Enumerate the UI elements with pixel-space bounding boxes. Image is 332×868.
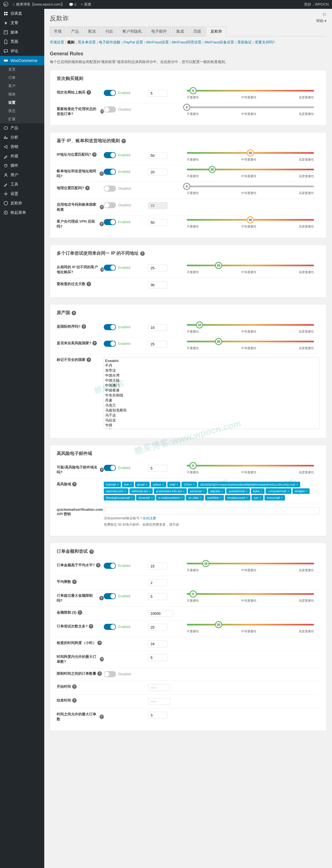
sidebar-item-pin[interactable]: 文章 xyxy=(0,18,44,28)
tag[interactable]: ithedoghousemail × xyxy=(104,495,135,500)
help-icon[interactable]: ? xyxy=(82,324,86,329)
tag-remove[interactable]: × xyxy=(220,496,221,499)
sidebar-sub-item[interactable]: 设置 xyxy=(0,98,44,107)
tab-0[interactable]: 常规 xyxy=(50,27,66,36)
sidebar-item-antifraud[interactable]: 反欺诈 xyxy=(0,198,44,208)
weight-input[interactable] xyxy=(148,265,168,272)
weight-slider[interactable]: 5 不重要性中等重要性高度重要性 xyxy=(187,90,314,99)
number-input[interactable] xyxy=(148,281,168,288)
subnav-link[interactable]: PayPal 设置 xyxy=(124,40,143,44)
api-key-input[interactable] xyxy=(104,507,320,514)
weight-slider[interactable]: 5 不重要性中等重要性高度重要性 xyxy=(187,465,314,474)
toggle[interactable] xyxy=(104,106,116,113)
weight-slider[interactable]: 25 不重要性中等重要性高度重要性 xyxy=(187,624,314,633)
subnav-link[interactable]: 常规设置 xyxy=(50,40,64,44)
sidebar-sub-item[interactable]: 状态 xyxy=(0,107,44,115)
toggle[interactable] xyxy=(104,341,116,347)
tag-remove[interactable]: × xyxy=(181,496,183,499)
help-icon[interactable]: ? xyxy=(97,641,102,645)
sidebar-item-woo[interactable]: WooCommerce xyxy=(0,56,44,65)
wp-logo[interactable] xyxy=(3,2,8,7)
help-icon[interactable]: ? xyxy=(97,672,102,676)
tag[interactable]: hotmail × xyxy=(104,482,121,487)
tag[interactable]: abcdefghijklmnopqrstuvwxyzabcdefghijklmn… xyxy=(198,482,300,487)
sidebar-item-settings[interactable]: 设置 xyxy=(0,189,44,198)
weight-slider[interactable]: 5 不重要性中等重要性高度重要性 xyxy=(187,593,314,603)
tag[interactable]: live × xyxy=(122,482,134,487)
tab-2[interactable]: 配送 xyxy=(84,27,100,36)
tag[interactable]: emailaccount × xyxy=(225,495,250,500)
tag[interactable]: atgratis × xyxy=(208,488,225,494)
weight-slider[interactable]: 25 不重要性中等重要性高度重要性 xyxy=(187,265,314,274)
sidebar-item-collapse[interactable]: 收起菜单 xyxy=(0,208,44,217)
tag-remove[interactable]: × xyxy=(260,496,261,499)
sidebar-item-analytics[interactable]: 分析 xyxy=(0,133,44,142)
flag-icon[interactable]: ⚐ xyxy=(323,12,327,18)
help-icon[interactable]: ? xyxy=(72,482,77,487)
weight-input[interactable] xyxy=(148,152,168,159)
tag-remove[interactable]: × xyxy=(288,490,289,493)
register-link[interactable]: 在此注册 xyxy=(143,516,156,520)
tag-remove[interactable]: × xyxy=(124,490,126,493)
country-select[interactable]: Eswatini不丹东帝汶中国台湾中国大陆中国澳门中国香港中非共和国丹麦乌克兰乌… xyxy=(104,357,320,429)
tag-remove[interactable]: × xyxy=(151,496,153,499)
tag-remove[interactable]: × xyxy=(130,483,131,486)
number-input[interactable] xyxy=(148,712,168,719)
tag[interactable]: doramail × xyxy=(136,495,155,500)
help-icon[interactable]: ? xyxy=(100,222,104,226)
time-input[interactable] xyxy=(148,684,170,691)
help-icon[interactable]: ? xyxy=(87,90,91,95)
help-icon[interactable]: ? xyxy=(72,311,76,315)
weight-slider[interactable]: 10 不重要性中等重要性高度重要性 xyxy=(187,324,314,334)
tag-remove[interactable]: × xyxy=(296,483,298,486)
toggle[interactable] xyxy=(104,563,116,569)
weight-slider[interactable]: 50 不重要性中等重要性高度重要性 xyxy=(187,152,314,162)
toggle[interactable] xyxy=(104,265,116,271)
weight-input[interactable] xyxy=(148,563,168,570)
tag[interactable]: everymail × xyxy=(265,495,285,500)
toggle[interactable] xyxy=(104,593,116,599)
help-icon[interactable]: ? xyxy=(96,563,100,567)
sidebar-sub-item[interactable]: 客户 xyxy=(0,82,44,90)
subnav-link[interactable]: 规则 xyxy=(67,40,74,44)
tag-remove[interactable]: × xyxy=(246,496,248,499)
help-icon[interactable]: ? xyxy=(100,657,104,661)
site-link[interactable]: ⌂糖果博客【www.wpocn.com】 xyxy=(13,2,64,7)
weight-slider[interactable]: 25 不重要性中等重要性高度重要性 xyxy=(187,341,314,350)
weight-input[interactable] xyxy=(148,341,168,348)
help-icon[interactable]: ? xyxy=(72,580,77,584)
weight-slider[interactable]: 20 不重要性中等重要性高度重要性 xyxy=(187,169,314,178)
tag[interactable]: mail × xyxy=(168,482,180,487)
help-icon[interactable]: ? xyxy=(100,172,104,176)
weight-slider[interactable]: 50 不重要性中等重要性高度重要性 xyxy=(187,219,314,229)
tag[interactable]: computermail × xyxy=(266,488,291,494)
tag[interactable]: yahoo × xyxy=(151,482,166,487)
sidebar-sub-item[interactable]: 扩展 xyxy=(0,115,44,123)
tag-remove[interactable]: × xyxy=(221,490,223,493)
tag-remove[interactable]: × xyxy=(193,483,195,486)
tag[interactable]: earthlink × xyxy=(205,495,224,500)
help-icon[interactable]: ? xyxy=(87,282,91,286)
greeting[interactable]: 您好，WPOCN xyxy=(304,2,329,7)
time-input[interactable] xyxy=(148,698,170,705)
tag-remove[interactable]: × xyxy=(146,483,147,486)
tag[interactable]: 123vn × xyxy=(181,482,197,487)
sidebar-item-tool[interactable]: 工具 xyxy=(0,180,44,189)
tag[interactable]: gmail × xyxy=(135,482,150,487)
tag[interactable]: byke × xyxy=(251,488,265,494)
help-icon[interactable]: ? xyxy=(92,152,96,157)
weight-input[interactable] xyxy=(148,219,168,226)
help-icon[interactable]: ? xyxy=(78,610,82,615)
tag[interactable]: eo.yifan × xyxy=(186,495,204,500)
toggle[interactable] xyxy=(104,624,116,630)
subnav-link[interactable]: MinFraud同意设置 xyxy=(172,40,202,44)
number-input[interactable] xyxy=(148,654,168,661)
sidebar-item-product[interactable]: 产品 xyxy=(0,123,44,133)
tab-7[interactable]: 高级 xyxy=(189,27,205,36)
tag-remove[interactable]: × xyxy=(176,483,178,486)
help-icon[interactable]: ? xyxy=(100,268,104,272)
tag-remove[interactable]: × xyxy=(162,483,164,486)
help-icon[interactable]: ? xyxy=(121,139,126,143)
help-icon[interactable]: ? xyxy=(100,109,104,114)
help-icon[interactable]: ? xyxy=(72,698,77,703)
